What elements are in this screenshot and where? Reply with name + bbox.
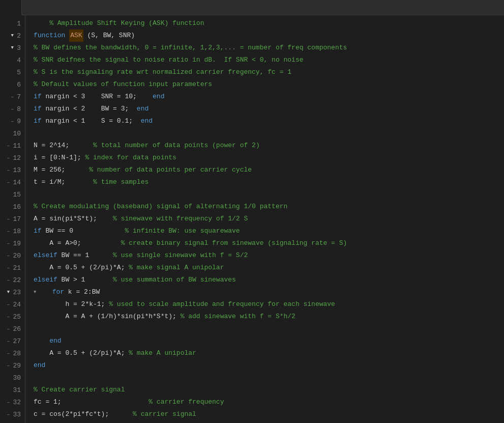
- plain-token: fc = 1;: [34, 396, 149, 408]
- code-line: t = i/M; % time samples: [34, 176, 504, 188]
- line-number: 1: [0, 17, 25, 30]
- fold-icon[interactable]: –: [6, 241, 11, 246]
- tab-bar: [0, 0, 504, 15]
- code-line: % Create carrier signal: [34, 384, 504, 396]
- code-line: [34, 323, 504, 335]
- line-number-text: 7: [17, 93, 21, 101]
- plain-token: A = sin(pi*S*t);: [34, 213, 113, 225]
- fold-icon[interactable]: –: [6, 351, 11, 356]
- plain-token: [34, 17, 49, 30]
- active-tab[interactable]: [0, 0, 22, 15]
- code-line: c = cos(2*pi*fc*t); % carrier signal: [34, 408, 504, 420]
- line-number: –21: [0, 262, 25, 274]
- line-number: –17: [0, 213, 25, 225]
- code-line: end: [34, 359, 504, 372]
- line-number: 16: [0, 201, 25, 213]
- fold-icon[interactable]: –: [6, 326, 11, 332]
- fold-icon[interactable]: –: [6, 265, 11, 271]
- line-number-text: 6: [17, 81, 21, 89]
- comment-token: % make A unipolar: [129, 347, 196, 359]
- line-number: –24: [0, 298, 25, 311]
- line-number: –12: [0, 152, 25, 164]
- fold-icon[interactable]: –: [6, 229, 11, 234]
- fold-icon[interactable]: ▼: [10, 45, 15, 50]
- fold-icon[interactable]: –: [6, 400, 11, 405]
- editor-window: 1▼2▼3456–7–8–910–11–12–13–141516–17–18–1…: [0, 0, 504, 423]
- fold-icon[interactable]: –: [6, 277, 11, 283]
- comment-token: % number of data points per carrier cycl…: [89, 164, 252, 176]
- comment-token: % BW defines the bandwidth, 0 = infinite…: [34, 42, 347, 54]
- code-line: i = [0:N-1]; % index for data points: [34, 152, 504, 164]
- plain-token: [34, 335, 49, 347]
- comment-token: % make signal A unipolar: [129, 262, 224, 274]
- line-number: –20: [0, 249, 25, 262]
- line-number: –25: [0, 311, 25, 323]
- keyword-token: if: [34, 91, 42, 103]
- code-line: % Amplitude Shift Keying (ASK) function: [34, 17, 504, 30]
- fold-icon[interactable]: ▼: [10, 33, 15, 38]
- keyword-token: end: [34, 359, 45, 372]
- fold-icon[interactable]: –: [10, 94, 15, 100]
- line-number-text: 23: [13, 289, 21, 296]
- fold-icon[interactable]: ▼: [6, 290, 11, 295]
- plain-token: A = 0.5 + (2/pi)*A;: [34, 262, 129, 274]
- line-numbers: 1▼2▼3456–7–8–910–11–12–13–141516–17–18–1…: [0, 15, 25, 423]
- keyword-token: function: [34, 30, 65, 42]
- line-number: –29: [0, 359, 25, 372]
- line-number-text: 5: [17, 69, 21, 76]
- line-number-text: 3: [17, 44, 21, 52]
- line-number: –13: [0, 164, 25, 176]
- code-line: if BW == 0 % infinite BW: use squarewave: [34, 225, 504, 237]
- plain-token: k = 2:BW: [64, 286, 100, 298]
- fold-icon[interactable]: –: [6, 412, 11, 417]
- line-number-text: 26: [13, 325, 21, 333]
- plain-token: A = 0.5 + (2/pi)*A;: [34, 347, 129, 359]
- line-number-text: 10: [13, 130, 21, 137]
- fold-icon[interactable]: –: [6, 253, 11, 259]
- fold-icon[interactable]: –: [10, 119, 15, 124]
- fold-icon[interactable]: –: [6, 167, 11, 173]
- line-number: –11: [0, 139, 25, 152]
- code-line: function ASK (S, BW, SNR): [34, 30, 504, 42]
- line-number-text: 12: [13, 154, 21, 162]
- line-number-text: 13: [13, 166, 21, 174]
- tab-close-button[interactable]: [8, 4, 16, 12]
- highlight-token: ASK: [69, 30, 83, 42]
- line-number: –8: [0, 103, 25, 115]
- line-number-text: 24: [13, 301, 21, 308]
- keyword-token: end: [49, 335, 61, 347]
- line-number: –26: [0, 323, 25, 335]
- plain-token: t = i/M;: [34, 176, 93, 188]
- line-number-text: 9: [17, 118, 21, 125]
- line-number: 31: [0, 384, 25, 396]
- fold-icon[interactable]: –: [6, 363, 11, 369]
- line-number-text: 31: [13, 386, 21, 394]
- code-area[interactable]: % Amplitude Shift Keying (ASK) functionf…: [25, 15, 504, 423]
- line-number: 10: [0, 127, 25, 139]
- fold-icon[interactable]: –: [6, 216, 11, 222]
- fold-icon[interactable]: –: [6, 180, 11, 185]
- line-number: –33: [0, 408, 25, 420]
- comment-token: % time samples: [93, 176, 149, 188]
- line-number: –19: [0, 237, 25, 249]
- fold-icon[interactable]: –: [6, 155, 11, 161]
- fold-icon[interactable]: –: [6, 314, 11, 320]
- plain-token: (S, BW, SNR): [83, 30, 135, 42]
- comment-token: % Amplitude Shift Keying (ASK) function: [49, 17, 204, 30]
- fold-icon[interactable]: –: [10, 106, 15, 112]
- line-number-text: 14: [13, 179, 21, 186]
- comment-token: % use single sinewave with f = S/2: [113, 249, 248, 262]
- line-number: –18: [0, 225, 25, 237]
- comment-token: % S is the signaling rate wrt normalized…: [34, 66, 291, 78]
- keyword-token: end: [141, 115, 153, 127]
- line-number-text: 4: [17, 57, 21, 64]
- comment-token: % sinewave with frequency of 1/2 S: [113, 213, 248, 225]
- code-line: % SNR deifnes the signal to noise ratio …: [34, 54, 504, 66]
- new-tab-button[interactable]: [22, 0, 36, 15]
- fold-icon[interactable]: –: [6, 339, 11, 344]
- fold-icon[interactable]: –: [6, 302, 11, 307]
- keyword-token: elseif: [34, 274, 57, 286]
- fold-icon[interactable]: –: [6, 143, 11, 149]
- line-number-text: 20: [13, 252, 21, 260]
- line-number-text: 11: [13, 142, 21, 150]
